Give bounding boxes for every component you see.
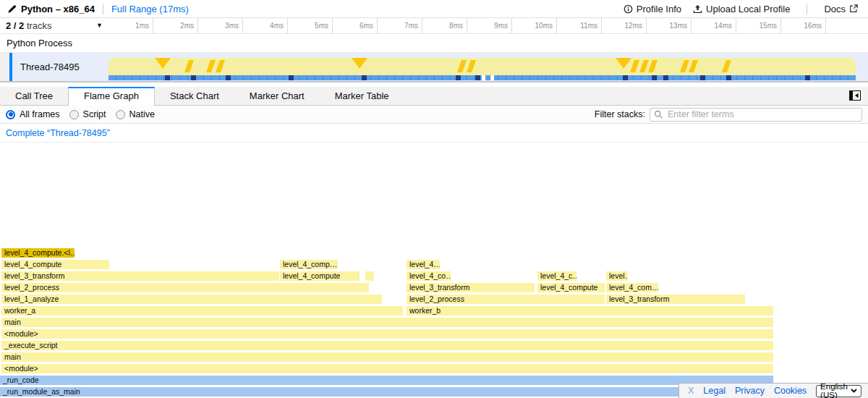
tab-marker-chart[interactable]: Marker Chart bbox=[234, 87, 320, 105]
flame-block[interactable]: worker_b bbox=[407, 306, 773, 316]
flame-block[interactable]: level_4_comp… bbox=[280, 260, 338, 269]
flame-graph-toolbar: All framesScriptNative Filter stacks: bbox=[0, 106, 868, 124]
flame-block[interactable]: level_4_compute bbox=[1, 260, 109, 269]
ruler-tick: 1ms bbox=[109, 18, 153, 33]
search-icon bbox=[654, 110, 663, 119]
thread-activity-graph[interactable] bbox=[109, 57, 856, 81]
chevron-down-icon bbox=[851, 389, 857, 393]
flame-block[interactable]: level_3_transform bbox=[407, 283, 535, 292]
ruler-tick: 11ms bbox=[557, 18, 602, 33]
ruler-tick: 9ms bbox=[467, 18, 512, 33]
external-link-icon bbox=[849, 4, 858, 13]
flame-block[interactable]: level… bbox=[606, 271, 628, 281]
radio-button[interactable] bbox=[116, 110, 125, 119]
flame-block[interactable]: level_4_com… bbox=[606, 283, 658, 292]
sidebar-toggle-icon[interactable] bbox=[849, 90, 861, 103]
flame-block[interactable]: level_4_co… bbox=[407, 271, 451, 281]
app-header: Python – x86_64 Full Range (17ms) Profil… bbox=[0, 0, 868, 18]
flame-block[interactable]: level_4_c… bbox=[537, 271, 576, 281]
breadcrumb-row: Complete “Thread-78495” bbox=[0, 124, 868, 143]
breadcrumb[interactable]: Complete “Thread-78495” bbox=[0, 124, 116, 143]
tab-stack-chart[interactable]: Stack Chart bbox=[155, 87, 234, 105]
language-select[interactable]: English (US) bbox=[816, 385, 861, 397]
radio-label: All frames bbox=[20, 109, 60, 119]
tab-flame-graph[interactable]: Flame Graph bbox=[68, 87, 155, 106]
divider bbox=[807, 4, 807, 14]
track-gutter bbox=[0, 53, 9, 81]
flame-block[interactable]: _run_module_as_main bbox=[0, 387, 773, 397]
tab-marker-table[interactable]: Marker Table bbox=[320, 87, 404, 105]
radio-script[interactable]: Script bbox=[69, 109, 106, 119]
timeline-ruler-row: 2 / 2 tracks ▼ 1ms2ms3ms4ms5ms6ms7ms8ms9… bbox=[0, 18, 868, 34]
flame-block[interactable]: main bbox=[1, 318, 773, 327]
process-label: Python Process bbox=[7, 38, 72, 48]
radio-button[interactable] bbox=[6, 110, 15, 119]
flame-block[interactable]: level_1_analyze bbox=[1, 295, 382, 304]
flame-block[interactable]: <module> bbox=[1, 364, 773, 373]
ruler-tick: 6ms bbox=[333, 18, 378, 33]
flame-graph-canvas[interactable]: level_4_compute.<l…level_4_computelevel_… bbox=[0, 143, 868, 398]
footer-link-privacy[interactable]: Privacy bbox=[735, 386, 765, 396]
docs-button[interactable]: Docs bbox=[821, 4, 861, 14]
footer-link-legal[interactable]: Legal bbox=[703, 386, 726, 396]
ruler-tick: 13ms bbox=[647, 18, 692, 33]
radio-label: Script bbox=[83, 109, 106, 119]
ruler-tick: 15ms bbox=[736, 18, 781, 33]
info-icon bbox=[624, 4, 633, 14]
ruler-tick: 2ms bbox=[153, 18, 198, 33]
flame-block[interactable]: main bbox=[1, 352, 773, 362]
full-range-link[interactable]: Full Range (17ms) bbox=[111, 4, 189, 14]
firefox-profiler-window: Python – x86_64 Full Range (17ms) Profil… bbox=[0, 0, 868, 398]
ruler-tick: 4ms bbox=[243, 18, 288, 33]
radio-button[interactable] bbox=[69, 110, 79, 119]
timeline-ruler: 1ms2ms3ms4ms5ms6ms7ms8ms9ms10ms11ms12ms1… bbox=[109, 18, 868, 33]
flame-block[interactable]: _execute_script bbox=[1, 341, 773, 350]
divider bbox=[103, 4, 103, 14]
flame-block[interactable] bbox=[365, 271, 374, 281]
flame-block[interactable]: level_3_transform bbox=[606, 295, 745, 304]
flame-block[interactable]: level_4… bbox=[407, 260, 440, 269]
ruler-tick: 14ms bbox=[692, 18, 736, 33]
flame-block[interactable]: level_2_process bbox=[1, 283, 369, 292]
filter-stacks-input[interactable] bbox=[650, 108, 862, 122]
flame-block[interactable]: _run_code bbox=[0, 376, 773, 385]
footer-link-cookies[interactable]: Cookies bbox=[774, 386, 807, 396]
track-selected-bar bbox=[9, 53, 12, 81]
thread-label: Thread-78495 bbox=[20, 53, 80, 81]
ruler-tick: 3ms bbox=[198, 18, 243, 33]
flame-block[interactable]: level_4_compute bbox=[280, 271, 359, 281]
ruler-tick: 16ms bbox=[781, 18, 826, 33]
upload-profile-button[interactable]: Upload Local Profile bbox=[690, 4, 793, 14]
tab-call-tree[interactable]: Call Tree bbox=[0, 87, 68, 105]
process-track-row[interactable]: Python Process bbox=[0, 34, 868, 53]
ruler-tick: 5ms bbox=[288, 18, 333, 33]
radio-label: Native bbox=[129, 109, 155, 119]
flame-block[interactable]: <module> bbox=[1, 329, 773, 339]
panel-tabbar: Call TreeFlame GraphStack ChartMarker Ch… bbox=[0, 87, 868, 106]
frame-filter-radios: All framesScriptNative bbox=[6, 109, 159, 119]
timeline-splitter[interactable] bbox=[0, 81, 868, 87]
radio-all-frames[interactable]: All frames bbox=[6, 109, 60, 119]
ruler-tick: 10ms bbox=[512, 18, 557, 33]
ruler-tick: 8ms bbox=[422, 18, 467, 33]
flame-block[interactable]: level_2_process bbox=[407, 295, 605, 304]
upload-icon bbox=[693, 4, 702, 14]
flame-block[interactable]: level_4_compute.<l… bbox=[1, 248, 75, 258]
ruler-tick: 12ms bbox=[602, 18, 647, 33]
profile-title: Python – x86_64 bbox=[21, 4, 95, 14]
tracks-dropdown-caret[interactable]: ▼ bbox=[96, 18, 103, 33]
footer-link-x[interactable]: X bbox=[688, 386, 694, 396]
radio-native[interactable]: Native bbox=[116, 109, 155, 119]
edit-pencil-icon[interactable] bbox=[7, 4, 17, 14]
profile-info-button[interactable]: Profile Info bbox=[621, 4, 684, 14]
filter-stacks-label: Filter stacks: bbox=[595, 109, 645, 119]
flame-block[interactable]: level_4_compute bbox=[537, 283, 605, 292]
thread-track-row[interactable]: Thread-78495 bbox=[0, 53, 868, 81]
flame-block[interactable]: worker_a bbox=[1, 306, 403, 316]
footer-links: XLegalPrivacyCookies bbox=[688, 386, 807, 396]
ruler-tick: 7ms bbox=[378, 18, 422, 33]
flame-block[interactable]: level_3_transform bbox=[1, 271, 279, 281]
tracks-summary[interactable]: 2 / 2 tracks ▼ bbox=[0, 18, 109, 33]
footer-bar: XLegalPrivacyCookies English (US) bbox=[678, 383, 868, 398]
